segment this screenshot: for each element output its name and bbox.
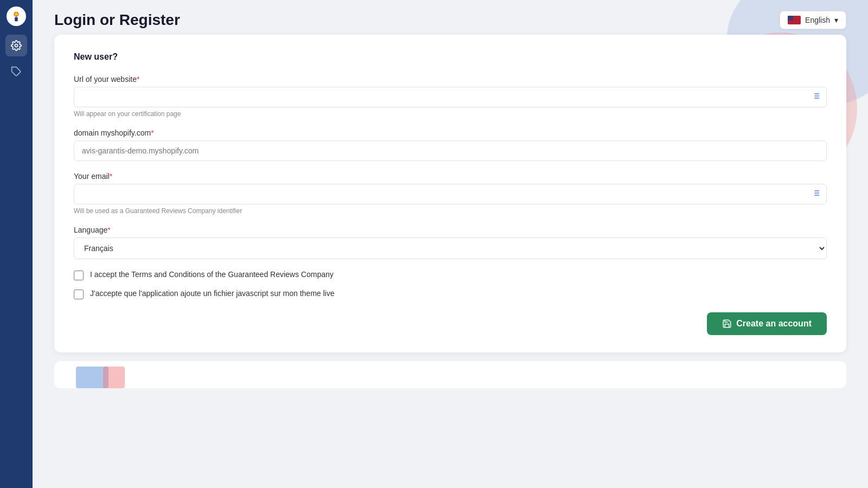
bottom-accent-pink [103,367,125,388]
language-required-star: * [107,226,110,234]
page-title: Login or Register [54,11,180,29]
checkbox2-group: J'accepte que l'application ajoute un fi… [74,289,827,299]
url-input-wrapper [74,87,827,107]
domain-input-wrapper [74,140,827,161]
email-hint: Will be used as a Guaranteed Reviews Com… [74,207,827,215]
url-required-star: * [137,75,139,84]
email-input-icon [812,189,820,200]
checkbox1-group: I accept the Terms and Conditions of the… [74,270,827,280]
language-label: English [805,16,830,24]
sidebar-logo[interactable] [7,7,26,26]
language-selector[interactable]: English ▾ [780,11,846,29]
javascript-checkbox[interactable] [74,290,84,299]
header: Login or Register English ▾ [33,0,868,35]
url-input[interactable] [74,87,827,107]
flag-icon [788,16,801,24]
url-label: Url of your website* [74,75,827,84]
url-input-icon [812,92,820,102]
email-group: Your email* Will be used as a Guaranteed… [74,172,827,215]
chevron-down-icon: ▾ [834,16,838,24]
section-title: New user? [74,52,827,62]
create-account-button[interactable]: Create an account [707,312,827,335]
svg-point-3 [15,44,18,47]
language-field-label: Language* [74,226,827,234]
domain-input[interactable] [74,140,827,161]
sidebar-item-settings[interactable] [5,35,27,56]
form-card: New user? Url of your website* [54,35,846,352]
sidebar-item-tags[interactable] [5,61,27,82]
domain-label: domain myshopify.com* [74,129,827,137]
domain-group: domain myshopify.com* [74,129,827,161]
language-group: Language* Français English Español Deuts… [74,226,827,259]
email-input[interactable] [74,184,827,204]
javascript-label[interactable]: J'accepte que l'application ajoute un fi… [90,289,334,298]
domain-required-star: * [151,129,154,137]
save-icon [722,319,732,329]
url-hint: Will appear on your certification page [74,110,827,118]
terms-checkbox[interactable] [74,271,84,280]
email-label: Your email* [74,172,827,181]
language-select[interactable]: Français English Español Deutsch [74,237,827,259]
main-content: Login or Register English ▾ New user? Ur… [33,0,868,488]
bottom-card [54,361,846,388]
email-required-star: * [110,172,112,181]
sidebar [0,0,33,488]
terms-label[interactable]: I accept the Terms and Conditions of the… [90,270,334,279]
email-input-wrapper [74,184,827,204]
svg-rect-1 [15,17,18,21]
form-footer: Create an account [74,312,827,335]
url-group: Url of your website* Will appear on your… [74,75,827,118]
